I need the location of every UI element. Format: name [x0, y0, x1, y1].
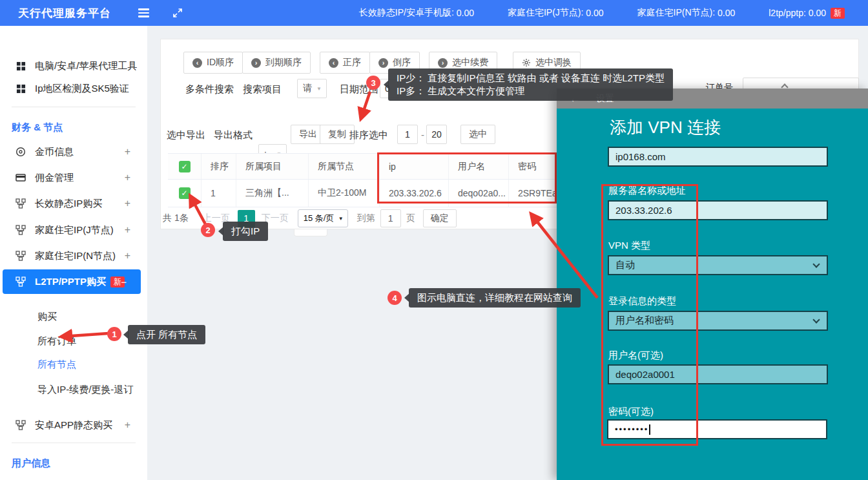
ascending-button[interactable]: ‹正序	[320, 52, 370, 74]
gear-icon	[522, 58, 531, 67]
app-title: 天行代理服务平台	[18, 6, 111, 21]
top-navbar: 天行代理服务平台 长效静态IP/安卓手机版: 0.00 家庭住宅IP(J节点):…	[0, 0, 868, 26]
confirm-page-button[interactable]: 确定	[423, 209, 457, 227]
annotation-rect-table-columns	[377, 152, 557, 203]
sidebar: 电脑/安卓/苹果代理工具 Ip地区检测及SK5验证 财务 & 节点 金币信息 +…	[0, 26, 147, 480]
step-badge-1: 1	[107, 327, 121, 341]
expand-plus-icon[interactable]: +	[125, 419, 130, 431]
sidebar-item-coins[interactable]: 金币信息 +	[0, 143, 147, 160]
sidebar-divider	[12, 107, 136, 107]
annotation-rect-vpn-fields	[601, 184, 698, 446]
tooltip-step-1: 点开 所有节点	[128, 325, 205, 344]
range-to-input[interactable]: 20	[426, 125, 447, 144]
step-badge-4: 4	[388, 291, 402, 305]
tooltip-step-3-line2: IP多： 生成文本文件方便管理	[397, 85, 665, 98]
section-user-info: 用户信息	[12, 457, 50, 470]
select-range-button[interactable]: 选中	[460, 125, 495, 144]
expand-plus-icon[interactable]: +	[125, 146, 130, 158]
sidebar-item-static-ip-buy[interactable]: 长效静态IP购买 +	[0, 195, 147, 212]
expiry-order-button[interactable]: ›到期顺序	[242, 52, 311, 74]
connection-name-input[interactable]: ip0168.com	[608, 147, 828, 167]
cell-project: 三角洲【...	[236, 180, 309, 207]
submenu-all-nodes[interactable]: 所有节点	[37, 359, 76, 371]
tooltip-step-2: 打勾IP	[223, 222, 268, 241]
page-size-select[interactable]: 15 条/页▼	[298, 209, 348, 227]
expand-plus-icon[interactable]: +	[125, 172, 130, 183]
row-select-cell: ✓	[168, 180, 202, 207]
header-order: 排序	[202, 154, 236, 179]
nodes-icon	[16, 277, 26, 287]
select-all-cell: ✓	[168, 154, 202, 179]
arrow-circle-right-icon: ›	[438, 58, 448, 68]
expand-plus-icon[interactable]: +	[125, 198, 130, 209]
nodes-icon	[16, 420, 26, 430]
expand-plus-icon[interactable]: +	[125, 250, 130, 262]
chevron-down-icon	[812, 316, 820, 323]
range-from-input[interactable]: 1	[397, 125, 418, 144]
goto-page-input[interactable]: 1	[380, 209, 401, 227]
search-item-select[interactable]: 请▼	[297, 79, 327, 98]
chevron-down-icon: ▼	[316, 86, 322, 92]
chevron-down-icon	[812, 260, 820, 267]
export-format-label: 导出格式	[214, 129, 253, 141]
id-order-button[interactable]: ‹ID顺序	[183, 52, 243, 74]
sidebar-item-android-app[interactable]: 安卓APP静态购买 +	[0, 417, 147, 433]
stat-home-ip-n: 家庭住宅IP(N节点): 0.00	[637, 7, 736, 19]
fullscreen-icon[interactable]	[172, 8, 183, 18]
add-vpn-title: 添加 VPN 连接	[610, 116, 721, 139]
header-node: 所属节点	[309, 154, 380, 179]
header-project: 所属项目	[236, 154, 309, 179]
tooltip-step-3-line1: IP少： 直接复制IP信息至 软路由 或者 设备直连 时选L2TP类型	[397, 72, 665, 85]
section-finance-nodes: 财务 & 节点	[12, 121, 63, 134]
sort-selected-label: 排序选中	[349, 129, 388, 141]
sidebar-item-ip-check[interactable]: Ip地区检测及SK5验证	[0, 80, 147, 97]
stat-home-ip-j: 家庭住宅IP(J节点): 0.00	[508, 7, 604, 19]
sidebar-item-proxy-tools[interactable]: 电脑/安卓/苹果代理工具	[0, 57, 147, 74]
sidebar-divider	[12, 443, 136, 443]
step-badge-2: 2	[201, 223, 215, 237]
coin-icon	[16, 147, 26, 157]
sidebar-item-l2tp-pptp-active[interactable]: L2TP/PPTP购买 新 −	[3, 269, 141, 294]
stat-static-ip: 长效静态IP/安卓手机版: 0.00	[359, 7, 474, 19]
sidebar-item-commission[interactable]: 佣金管理 +	[0, 169, 147, 186]
collapse-minus-icon[interactable]: −	[121, 277, 127, 287]
card-icon	[16, 172, 26, 183]
search-item-label: 搜索项目	[243, 83, 282, 96]
nodes-icon	[16, 198, 26, 209]
arrow-circle-right-icon: ›	[251, 58, 261, 68]
submenu-buy[interactable]: 购买	[37, 311, 57, 323]
sidebar-item-home-ip-n[interactable]: 家庭住宅IP(N节点) +	[0, 247, 147, 264]
goto-label: 到第	[357, 213, 375, 224]
new-badge: 新	[831, 8, 845, 19]
card-tab-notch	[294, 229, 327, 236]
range-dash: -	[421, 129, 424, 140]
arrow-circle-left-icon: ‹	[192, 58, 202, 68]
chevron-down-icon: ▼	[338, 216, 344, 222]
page-unit-label: 页	[406, 213, 415, 224]
grid-icon	[16, 84, 26, 94]
stat-l2tp-pptp: l2tp/pptp: 0.00新	[769, 8, 845, 19]
tooltip-step-3: IP少： 直接复制IP信息至 软路由 或者 设备直连 时选L2TP类型 IP多：…	[388, 68, 673, 101]
nodes-icon	[16, 225, 26, 235]
export-selected-label: 选中导出	[167, 129, 205, 141]
cell-order: 1	[202, 180, 236, 207]
menu-toggle-icon[interactable]	[138, 6, 149, 19]
step-badge-3: 3	[366, 76, 380, 90]
arrow-circle-left-icon: ‹	[329, 58, 338, 68]
balance-stats: 长效静态IP/安卓手机版: 0.00 家庭住宅IP(J节点): 0.00 家庭住…	[359, 7, 868, 19]
expand-plus-icon[interactable]: +	[125, 224, 130, 236]
grid-icon	[16, 61, 26, 71]
arrow-circle-right-icon: ›	[378, 58, 388, 68]
submenu-import-ip[interactable]: 导入IP-续费/更换-退订	[37, 384, 133, 396]
cell-node: 中卫2-100M	[309, 180, 380, 207]
sidebar-item-home-ip-j[interactable]: 家庭住宅IP(J节点) +	[0, 222, 147, 238]
select-all-checkbox[interactable]: ✓	[179, 161, 191, 172]
nodes-icon	[16, 251, 26, 261]
multi-search-label: 多条件搜索	[185, 83, 234, 96]
submenu-all-orders[interactable]: 所有订单	[37, 335, 76, 348]
total-count: 共 1条	[163, 213, 189, 224]
row-checkbox[interactable]: ✓	[179, 187, 191, 199]
tooltip-step-4: 图示电脑直连，详细教程在网站查询	[409, 288, 581, 308]
